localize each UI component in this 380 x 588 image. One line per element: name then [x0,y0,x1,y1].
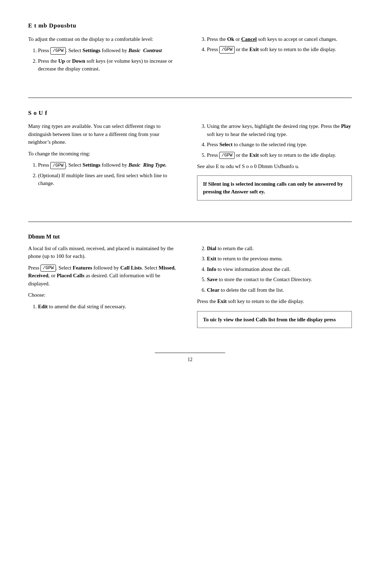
list-item: Using the arrow keys, highlight the desi… [207,122,352,138]
list-item: Press /GPW or the Exit soft key to retur… [207,45,352,54]
section-contrast-steps-left: Press /GPW. Select Settings followed by … [38,47,183,73]
section-calls-steps-left: Edit to amend the dial string if necessa… [38,303,183,311]
list-item: Press the Ok or Cancel soft keys to acce… [207,35,352,43]
gpw-key: /GPW [50,47,65,54]
section-contrast-left: To adjust the contrast on the display to… [28,35,183,76]
gpw-key: /GPW [219,46,234,53]
list-item: Press Select to change to the selected r… [207,141,352,149]
section-calls-intro: A local list of calls missed, received, … [28,245,183,260]
choose-label: Choose: [28,291,183,299]
list-item: Dial to return the call. [207,245,352,253]
section-ring-steps-right: Using the arrow keys, highlight the desi… [207,122,352,159]
see-also-text: See also E tu odu wf S o o 0 Dbmm Usfbun… [197,162,352,171]
page-footer: 12 [28,353,352,363]
calls-footer-text: Press the Exit soft key to return to the… [197,297,352,305]
section-ring-intro2: To change the incoming ring: [28,150,183,158]
section-calls-steps-right: Dial to return the call. Exit to return … [207,245,352,294]
section-calls: Dbmm M tut A local list of calls missed,… [28,233,352,339]
section-calls-title: Dbmm M tut [28,233,352,241]
section-contrast-title: E t mb Dpousbtu [28,21,352,30]
section-ring-intro: Many ring types are available. You can s… [28,122,183,146]
list-item: Info to view information about the call. [207,265,352,273]
list-item: Exit to return to the previous menu. [207,255,352,263]
basic-contrast-label: Basic Contrast [128,48,162,53]
list-item: Press /GPW or the Exit soft key to retur… [207,151,352,159]
list-item: (Optional) If multiple lines are used, f… [38,172,183,187]
list-item: Clear to delete the call from the list. [207,286,352,294]
list-item: Press the Up or Down soft keys (or volum… [38,57,183,73]
section-contrast-right: Press the Ok or Cancel soft keys to acce… [197,35,352,76]
section-ring-left: Many ring types are available. You can s… [28,122,183,200]
section-contrast-intro: To adjust the contrast on the display to… [28,35,183,43]
divider-1 [28,98,352,98]
ring-note-box: If Silent ing is selected incoming calls… [197,175,352,200]
footer-divider [155,353,225,353]
list-item: Press /GPW. Select Settings followed by … [38,47,183,55]
ring-note-text: If Silent ing is selected incoming calls… [203,181,343,195]
section-contrast-steps-right: Press the Ok or Cancel soft keys to acce… [207,35,352,54]
gpw-key: /GPW [40,265,56,272]
section-contrast: E t mb Dpousbtu To adjust the contrast o… [28,21,352,87]
page-number: 12 [188,357,192,362]
section-ring-right: Using the arrow keys, highlight the desi… [197,122,352,200]
section-calls-intro2: Press /GPW. Select Features followed by … [28,264,183,288]
gpw-key: /GPW [219,152,234,159]
list-item: Press /GPW. Select Settings followed by … [38,161,183,169]
calls-note-text: To uic ly view the issed Calls list from… [203,317,336,322]
gpw-key: /GPW [50,162,65,169]
list-item: Edit to amend the dial string if necessa… [38,303,183,311]
section-calls-left: A local list of calls missed, received, … [28,245,183,328]
section-ring-title: S o U f [28,109,352,118]
section-ring-steps-left: Press /GPW. Select Settings followed by … [38,161,183,187]
settings-label: Settings [83,48,101,53]
list-item: Save to store the contact to the Contact… [207,276,352,284]
calls-note-box: To uic ly view the issed Calls list from… [197,311,352,328]
divider-2 [28,222,352,222]
section-calls-right: Dial to return the call. Exit to return … [197,245,352,328]
section-ring: S o U f Many ring types are available. Y… [28,109,352,211]
